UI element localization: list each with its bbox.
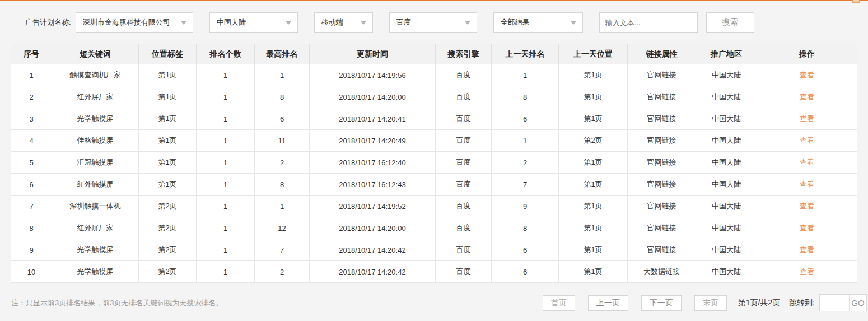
table-cell: 1 — [255, 196, 310, 217]
table-cell: 12 — [255, 217, 310, 239]
result-type-select[interactable]: 全部结果 — [493, 12, 583, 33]
jump-page-input[interactable] — [820, 295, 849, 311]
table-header-row: 序号 短关键词 位置标签 排名个数 最高排名 更新时间 搜索引擎 上一天排名 上… — [11, 44, 857, 64]
table-cell: 中国大陆 — [696, 152, 757, 174]
chevron-down-icon — [464, 21, 471, 25]
table-cell: 1 — [492, 64, 559, 86]
view-link[interactable]: 查看 — [800, 136, 814, 145]
table-cell: 红外屏厂家 — [52, 217, 139, 239]
table-cell: 中国大陆 — [696, 217, 757, 239]
header-search-engine: 搜索引擎 — [436, 44, 492, 64]
view-link[interactable]: 查看 — [800, 114, 814, 123]
pagination: 首页 上一页 下一页 末页 第1页/共2页 跳转到: GO — [530, 294, 867, 311]
region-select[interactable]: 中国大陆 — [209, 12, 298, 33]
view-link[interactable]: 查看 — [800, 71, 814, 79]
table-row: 2红外屏厂家第1页182018/10/17 14:20:00百度8第1页官网链接… — [11, 86, 857, 108]
view-link[interactable]: 查看 — [800, 202, 814, 210]
table-cell: 2018/10/17 16:12:43 — [310, 174, 436, 196]
campaign-select[interactable]: 深圳市金海豚科技有限公司 — [76, 12, 193, 33]
view-link[interactable]: 查看 — [800, 92, 814, 101]
table-cell: 7 — [492, 174, 559, 196]
search-button[interactable]: 搜索 — [706, 12, 754, 33]
table-cell: 百度 — [436, 239, 492, 261]
table-cell: 2018/10/17 14:19:52 — [310, 196, 436, 217]
chevron-down-icon — [570, 21, 577, 25]
table-cell: 10 — [11, 261, 52, 283]
region-select-value: 中国大陆 — [217, 17, 246, 27]
engine-select-value: 百度 — [396, 17, 411, 27]
table-cell: 2 — [492, 152, 559, 174]
table-cell: 2018/10/17 14:20:41 — [310, 108, 436, 130]
prev-page-button[interactable]: 上一页 — [588, 295, 628, 311]
table-cell-action: 查看 — [757, 130, 857, 152]
table-cell: 触摸查询机厂家 — [52, 64, 139, 86]
table-cell: 第1页 — [139, 174, 197, 196]
header-keyword: 短关键词 — [52, 44, 139, 64]
jump-to-label: 跳转到: — [789, 298, 815, 308]
corner-fragment — [852, 0, 860, 3]
table-cell: 9 — [11, 239, 52, 261]
table-cell: 1 — [197, 174, 255, 196]
engine-select[interactable]: 百度 — [389, 12, 477, 33]
header-prev-day-rank: 上一天排名 — [492, 44, 559, 64]
table-cell: 百度 — [436, 261, 492, 283]
table-cell: 1 — [197, 130, 255, 152]
view-link[interactable]: 查看 — [800, 224, 814, 232]
table-cell: 第1页 — [559, 86, 628, 108]
table-cell: 2018/10/17 14:20:00 — [310, 217, 436, 239]
table-cell: 1 — [255, 64, 310, 86]
table-cell-action: 查看 — [757, 86, 857, 108]
table-cell-action: 查看 — [757, 108, 857, 130]
view-link[interactable]: 查看 — [800, 158, 814, 166]
table-cell: 第2页 — [139, 196, 197, 217]
table-cell: 2018/10/17 16:12:40 — [310, 152, 436, 174]
view-link[interactable]: 查看 — [800, 245, 814, 254]
table-cell: 官网链接 — [628, 108, 696, 130]
table-cell: 红外屏厂家 — [52, 86, 139, 108]
table-row: 4佳格触摸屏第1页1112018/10/17 14:20:49百度1第2页官网链… — [11, 130, 857, 152]
table-cell: 第2页 — [139, 261, 197, 283]
result-type-select-value: 全部结果 — [501, 17, 530, 27]
table-cell: 百度 — [436, 152, 492, 174]
table-cell: 大数据链接 — [628, 261, 696, 283]
table-row: 7深圳触摸一体机第2页112018/10/17 14:19:52百度9第1页官网… — [11, 196, 857, 217]
device-select-value: 移动端 — [321, 17, 343, 27]
device-select[interactable]: 移动端 — [314, 12, 373, 33]
table-body: 1触摸查询机厂家第1页112018/10/17 14:19:56百度1第1页官网… — [11, 64, 857, 283]
first-page-button[interactable]: 首页 — [543, 295, 575, 311]
table-cell: 光学触摸屏 — [52, 261, 139, 283]
table-cell-action: 查看 — [757, 152, 857, 174]
table-cell: 百度 — [436, 64, 492, 86]
table-cell: 官网链接 — [628, 239, 696, 261]
table-cell: 中国大陆 — [696, 64, 757, 86]
header-best-rank: 最高排名 — [255, 44, 310, 64]
header-index: 序号 — [11, 44, 52, 64]
header-link-attribute: 链接属性 — [628, 44, 696, 64]
table-cell: 1 — [197, 217, 255, 239]
table-cell: 第1页 — [559, 64, 628, 86]
table-cell: 百度 — [436, 196, 492, 217]
table-cell: 6 — [492, 261, 559, 283]
header-prev-day-position: 上一天位置 — [559, 44, 628, 64]
next-page-button[interactable]: 下一页 — [641, 295, 682, 311]
table-cell: 第1页 — [139, 64, 197, 86]
last-page-button[interactable]: 末页 — [694, 295, 727, 311]
table-cell: 2018/10/17 14:20:42 — [310, 239, 436, 261]
view-link[interactable]: 查看 — [800, 180, 814, 188]
table-cell: 中国大陆 — [696, 130, 757, 152]
footer-note: 注：只显示前3页排名结果，前3页无排名关键词视为无搜索排名。 — [11, 298, 223, 308]
table-cell-action: 查看 — [757, 174, 857, 196]
header-promotion-area: 推广地区 — [696, 44, 757, 64]
table-cell: 2018/10/17 14:20:49 — [310, 130, 436, 152]
table-cell: 红外触摸屏 — [52, 174, 139, 196]
view-link[interactable]: 查看 — [800, 267, 814, 276]
rankings-table-container: 序号 短关键词 位置标签 排名个数 最高排名 更新时间 搜索引擎 上一天排名 上… — [0, 44, 868, 283]
table-cell: 8 — [492, 86, 559, 108]
table-cell: 第1页 — [139, 86, 197, 108]
table-cell: 6 — [11, 174, 52, 196]
table-cell: 7 — [11, 196, 52, 217]
search-input[interactable] — [599, 12, 698, 33]
footer: 注：只显示前3页排名结果，前3页无排名关键词视为无搜索排名。 首页 上一页 下一… — [0, 283, 868, 311]
table-cell: 8 — [255, 174, 310, 196]
go-button[interactable]: GO — [849, 295, 866, 311]
